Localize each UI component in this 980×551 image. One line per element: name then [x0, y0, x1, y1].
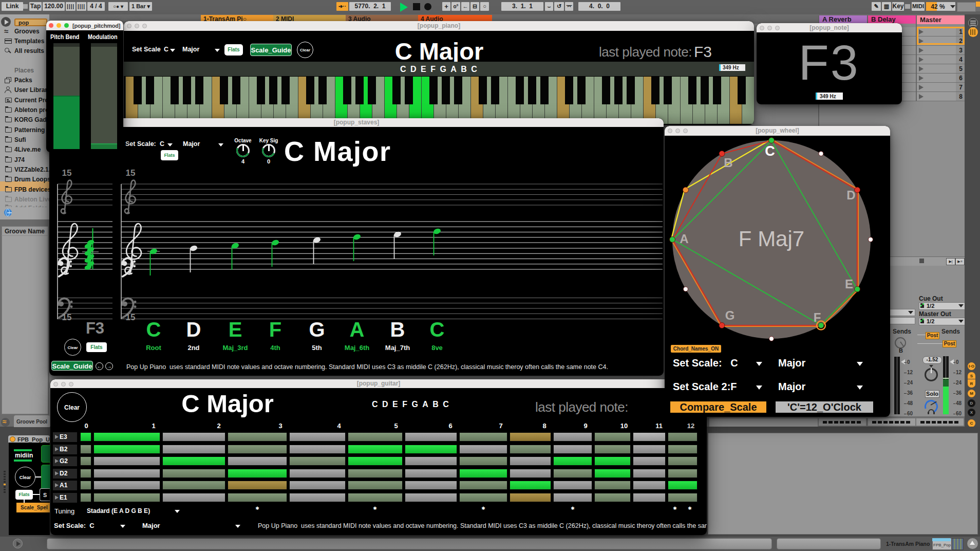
svg-text:G: G	[725, 308, 735, 322]
svg-text:D: D	[846, 188, 855, 202]
svg-text:B: B	[724, 156, 732, 170]
svg-text:15: 15	[126, 168, 136, 178]
svg-text:F: F	[814, 310, 821, 324]
svg-text:A: A	[680, 232, 688, 246]
svg-text:F Maj7: F Maj7	[739, 227, 804, 251]
svg-text:E: E	[845, 277, 853, 291]
svg-text:C: C	[765, 143, 775, 159]
svg-text:15: 15	[62, 168, 72, 178]
